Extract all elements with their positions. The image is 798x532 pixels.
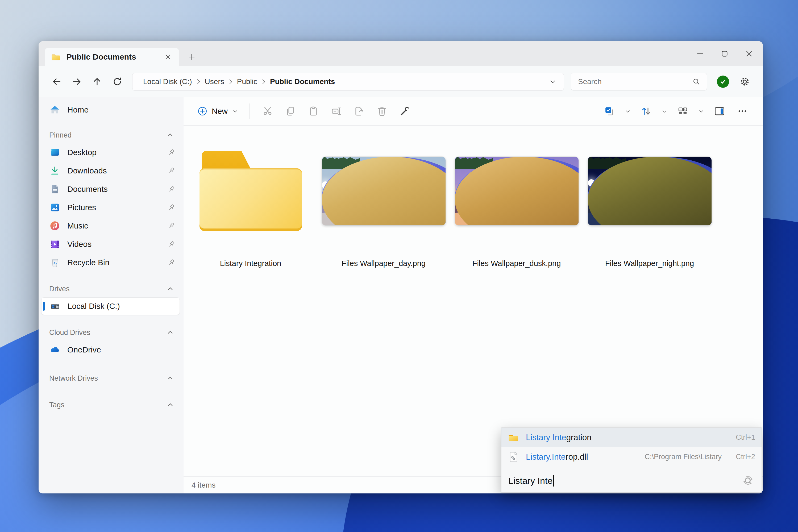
window-controls (688, 41, 761, 66)
pin-icon[interactable] (167, 240, 176, 249)
address-bar[interactable]: Local Disk (C:) Users Public Public Docu… (132, 73, 564, 91)
pin-icon[interactable] (167, 184, 176, 194)
file-name: Files Wallpaper_dusk.png (472, 259, 561, 268)
select-dropdown-chevron-icon[interactable] (621, 101, 635, 121)
settings-button[interactable] (735, 72, 755, 92)
search-box[interactable] (571, 73, 707, 91)
navigation-bar: Local Disk (C:) Users Public Public Docu… (39, 66, 763, 97)
listary-logo-icon (741, 474, 755, 487)
address-dropdown-chevron-icon[interactable] (545, 78, 560, 85)
chevron-up-icon[interactable] (166, 285, 174, 293)
sidebar-section-cloud-drives[interactable]: Cloud Drives (41, 326, 180, 339)
layout-button[interactable] (671, 101, 694, 121)
search-input[interactable] (578, 77, 692, 86)
sidebar-item-music[interactable]: Music (41, 217, 180, 234)
sidebar-item-pictures[interactable]: Pictures (41, 199, 180, 216)
new-button[interactable]: New (193, 101, 243, 121)
listary-result-dll[interactable]: Listary.Interop.dll C:\Program Files\Lis… (501, 447, 762, 467)
new-button-label: New (212, 107, 228, 116)
sidebar-item-desktop[interactable]: Desktop (41, 144, 180, 161)
videos-icon (49, 239, 60, 250)
forward-button[interactable] (67, 72, 87, 92)
sidebar-item-onedrive[interactable]: OneDrive (41, 341, 180, 359)
up-button[interactable] (87, 72, 107, 92)
sort-dropdown-chevron-icon[interactable] (658, 101, 671, 121)
chevron-right-icon (196, 79, 201, 84)
tab-public-documents[interactable]: Public Documents (45, 48, 179, 66)
sidebar-item-downloads[interactable]: Downloads (41, 162, 180, 179)
files-grid: Listary Integration Files Wallpaper_day.… (184, 126, 763, 476)
more-options-button[interactable] (731, 101, 754, 121)
preview-pane-button[interactable] (708, 101, 731, 121)
cut-button[interactable] (256, 101, 279, 121)
downloads-icon (49, 165, 60, 176)
paste-button[interactable] (302, 101, 325, 121)
minimize-button[interactable] (688, 41, 712, 66)
image-thumbnail-dusk (455, 157, 578, 225)
result-name: Listary Integration (526, 433, 591, 442)
local-disk-icon (50, 301, 61, 312)
elevation-status-button[interactable] (713, 72, 733, 92)
toolbar-right-group (598, 101, 754, 121)
titlebar: Public Documents (39, 41, 763, 66)
breadcrumb-segment-current[interactable]: Public Documents (267, 76, 338, 88)
sidebar-item-home[interactable]: Home (41, 101, 180, 119)
file-tile-wallpaper-dusk[interactable]: Files Wallpaper_dusk.png (450, 150, 583, 268)
back-button[interactable] (46, 72, 67, 92)
file-tile-listary-integration[interactable]: Listary Integration (184, 150, 317, 268)
new-tab-button[interactable] (184, 50, 199, 64)
section-label: Tags (49, 401, 166, 409)
delete-button[interactable] (370, 101, 394, 121)
pin-icon[interactable] (167, 203, 176, 212)
folder-icon (508, 432, 519, 443)
tab-title: Public Documents (66, 52, 160, 61)
listary-result-folder[interactable]: Listary Integration Ctrl+1 (501, 428, 762, 447)
pin-icon[interactable] (167, 166, 176, 175)
sort-button[interactable] (635, 101, 658, 121)
result-shortcut: Ctrl+2 (730, 453, 755, 461)
green-check-icon (717, 76, 729, 88)
close-button[interactable] (737, 41, 761, 66)
breadcrumb-segment[interactable]: Users (202, 76, 227, 88)
sidebar-item-label: OneDrive (67, 345, 176, 354)
sidebar-item-local-disk-c[interactable]: Local Disk (C:) (41, 298, 180, 315)
refresh-button[interactable] (107, 72, 128, 92)
file-tile-wallpaper-day[interactable]: Files Wallpaper_day.png (317, 150, 450, 268)
pin-icon[interactable] (167, 258, 176, 267)
pin-icon[interactable] (167, 221, 176, 231)
sidebar-item-label: Music (67, 221, 167, 230)
file-name: Files Wallpaper_night.png (605, 259, 694, 268)
pin-icon[interactable] (167, 148, 176, 157)
sidebar-item-label: Videos (67, 240, 167, 249)
copy-button[interactable] (279, 101, 302, 121)
breadcrumb-segment[interactable]: Public (234, 76, 260, 88)
sidebar-item-label: Pictures (67, 203, 167, 212)
maximize-button[interactable] (712, 41, 737, 66)
share-button[interactable] (348, 101, 370, 121)
tab-close-icon[interactable] (160, 50, 175, 64)
section-label: Drives (49, 285, 166, 293)
chevron-up-icon[interactable] (166, 328, 174, 337)
sidebar-section-drives[interactable]: Drives (41, 282, 180, 296)
chevron-up-icon[interactable] (166, 131, 174, 139)
open-elevated-button[interactable] (394, 101, 416, 121)
sidebar-section-tags[interactable]: Tags (41, 398, 180, 412)
file-tile-wallpaper-night[interactable]: Files Wallpaper_night.png (583, 150, 716, 268)
layout-dropdown-chevron-icon[interactable] (694, 101, 708, 121)
chevron-down-icon (232, 108, 238, 114)
sidebar-item-documents[interactable]: Documents (41, 180, 180, 198)
sidebar-section-network-drives[interactable]: Network Drives (41, 371, 180, 385)
onedrive-icon (49, 344, 60, 355)
image-thumbnail-night (588, 157, 711, 225)
sidebar-item-recycle-bin[interactable]: Recycle Bin (41, 254, 180, 271)
chevron-up-icon[interactable] (166, 374, 174, 382)
selection-accent-bar (43, 302, 45, 311)
sidebar-section-pinned[interactable]: Pinned (41, 128, 180, 142)
sidebar-item-videos[interactable]: Videos (41, 235, 180, 253)
chevron-up-icon[interactable] (166, 401, 174, 409)
rename-button[interactable] (325, 101, 348, 121)
breadcrumb-segment[interactable]: Local Disk (C:) (140, 76, 195, 88)
select-button[interactable] (598, 101, 621, 121)
documents-icon (49, 184, 60, 195)
listary-search-input[interactable]: Listary Inte (501, 469, 762, 492)
